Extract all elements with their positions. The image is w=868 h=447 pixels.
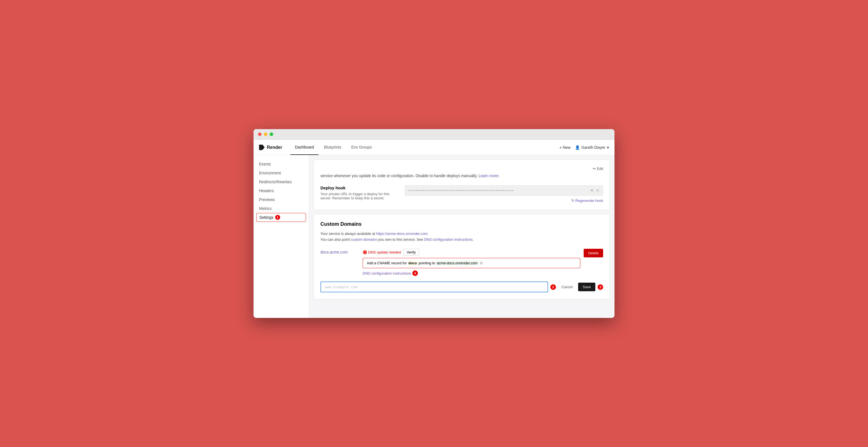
add-domain-row: 2 Cancel Save 3 <box>320 282 603 292</box>
domain-also-point-info: You can also point custom domains you ow… <box>320 237 603 242</box>
dns-config-badge: 4 <box>412 270 418 276</box>
custom-domains-title: Custom Domains <box>320 221 603 227</box>
learn-more-link[interactable]: Learn more. <box>478 173 499 178</box>
domain-input-wrap <box>320 282 548 292</box>
deploy-hook-title: Deploy hook <box>320 186 398 190</box>
auto-deploy-text: service whenever you update its code or … <box>320 173 603 179</box>
minimize-button[interactable] <box>264 132 268 136</box>
add-domain-badge: 2 <box>550 284 556 290</box>
deploy-hook-description: Your private URL to trigger a deploy for… <box>320 192 398 200</box>
sidebar-item-headers[interactable]: Headers <box>253 186 309 195</box>
new-button[interactable]: + New <box>559 145 570 150</box>
domain-row: docs.acme.com 🔴 DNS update needed Verify… <box>320 247 603 276</box>
sidebar-item-metrics[interactable]: Metrics <box>253 204 309 213</box>
logo-icon <box>259 145 265 150</box>
nav-tabs: Dashboard Blueprints Env Groups <box>290 140 376 155</box>
dns-status: 🔴 DNS update needed Verify <box>363 247 580 256</box>
custom-domains-link[interactable]: custom domains <box>351 237 377 242</box>
maximize-button[interactable] <box>270 132 273 136</box>
save-badge: 3 <box>597 284 603 290</box>
sidebar-item-redirects-rewrites[interactable]: Redirects/Rewrites <box>253 178 309 186</box>
deploy-hook-input-area: ••••••••••••••••••••••••••••••••••••••••… <box>405 186 603 203</box>
eye-icon[interactable]: 👁 <box>590 189 594 193</box>
edit-icon: ✏ <box>593 167 596 171</box>
app-window: Render Dashboard Blueprints Env Groups +… <box>253 129 615 318</box>
logo[interactable]: Render <box>259 145 282 150</box>
content-area: Events Environment Redirects/Rewrites He… <box>253 155 615 318</box>
domain-input[interactable] <box>320 282 548 292</box>
user-icon: 👤 <box>575 145 580 150</box>
dns-instructions-link[interactable]: DNS configuration instructions. <box>424 237 473 242</box>
close-button[interactable] <box>258 132 261 136</box>
navbar: Render Dashboard Blueprints Env Groups +… <box>253 140 615 155</box>
sidebar-item-environment[interactable]: Environment <box>253 168 309 178</box>
error-circle-icon: 🔴 <box>363 250 367 254</box>
deploy-hook-section: Deploy hook Your private URL to trigger … <box>320 186 603 203</box>
regenerate-btn-area: ↻ Regenerate hook <box>405 198 603 203</box>
regenerate-hook-button[interactable]: ↻ Regenerate hook <box>571 198 603 203</box>
edit-button[interactable]: ✏ Edit <box>593 167 603 171</box>
verify-button[interactable]: Verify <box>403 249 420 256</box>
titlebar <box>253 129 615 140</box>
cname-instruction-box: Add a CNAME record for docs pointing to … <box>363 258 580 268</box>
tab-env-groups[interactable]: Env Groups <box>347 140 376 155</box>
nav-right: + New 👤 Gareth Dwyer ▾ <box>559 145 609 150</box>
sidebar-item-previews[interactable]: Previews <box>253 195 309 204</box>
domain-name[interactable]: docs.acme.com <box>320 247 359 254</box>
tab-dashboard[interactable]: Dashboard <box>290 140 318 155</box>
logo-text: Render <box>267 145 282 150</box>
deploy-hook-icons: 👁 ⎘ <box>590 189 599 193</box>
chevron-down-icon: ▾ <box>607 145 609 150</box>
tab-blueprints[interactable]: Blueprints <box>319 140 346 155</box>
dns-error-indicator: 🔴 DNS update needed <box>363 250 401 254</box>
domain-link[interactable]: docs.acme.com <box>320 250 348 254</box>
sidebar-item-events[interactable]: Events <box>253 160 309 168</box>
custom-domains-card: Custom Domains Your service is always av… <box>313 214 610 299</box>
dns-config-instructions-link[interactable]: DNS configuration instructions <box>363 271 411 276</box>
cname-copy-icon[interactable]: ⎘ <box>480 261 483 265</box>
copy-icon[interactable]: ⎘ <box>597 189 599 193</box>
cname-docs-highlight: docs <box>408 261 417 265</box>
dns-config-link-area: DNS configuration instructions 4 <box>363 270 580 276</box>
sidebar: Events Environment Redirects/Rewrites He… <box>253 155 309 318</box>
sidebar-item-settings[interactable]: Settings 1 <box>256 213 306 222</box>
cname-target-highlight: acme-docs.onrender.com <box>436 261 478 265</box>
deploy-hook-label: Deploy hook Your private URL to trigger … <box>320 186 398 200</box>
auto-deploy-card: ✏ Edit service whenever you update its c… <box>313 160 610 210</box>
delete-domain-button[interactable]: Delete <box>584 249 603 257</box>
settings-badge: 1 <box>275 215 280 220</box>
auto-deploy-header: ✏ Edit <box>320 167 603 171</box>
cancel-button[interactable]: Cancel <box>558 283 576 291</box>
deploy-hook-value: ••••••••••••••••••••••••••••••••••••••••… <box>405 186 603 196</box>
availability-link[interactable]: https://acme-docs.onrender.com <box>376 231 428 236</box>
domain-availability-info: Your service is always available at http… <box>320 231 603 236</box>
domain-status-area: 🔴 DNS update needed Verify Add a CNAME r… <box>363 247 580 276</box>
user-menu[interactable]: 👤 Gareth Dwyer ▾ <box>575 145 609 150</box>
save-button[interactable]: Save <box>578 283 595 291</box>
main-content: ✏ Edit service whenever you update its c… <box>309 155 615 318</box>
